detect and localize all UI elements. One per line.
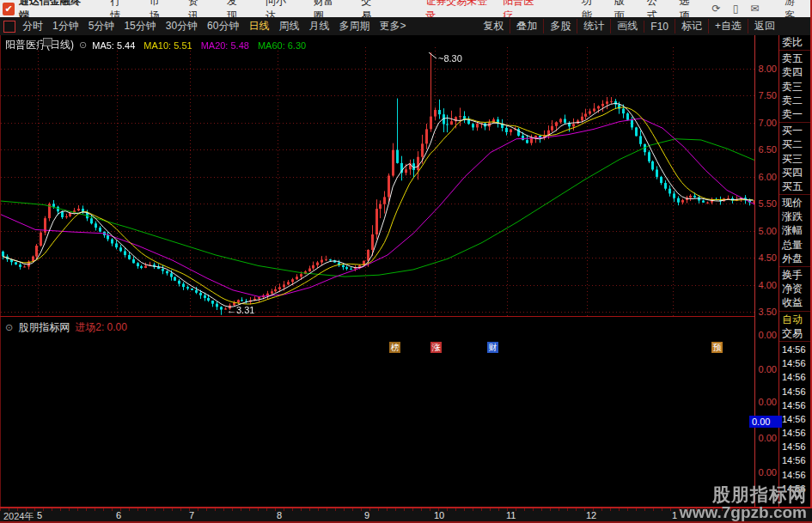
event-badge-预[interactable]: 预: [711, 342, 723, 353]
event-badge-财[interactable]: 财: [487, 342, 498, 353]
sidebar-row-交易[interactable]: 交易: [779, 326, 812, 340]
sidebar-row-卖五[interactable]: 卖五: [779, 52, 812, 65]
tick-time-row[interactable]: 14:56: [779, 440, 812, 453]
sidebar-row-自动[interactable]: 自动: [779, 313, 812, 326]
ma-legend-1: MA10: 5.51: [143, 40, 192, 51]
sidebar-row-换手[interactable]: 换手: [779, 268, 812, 282]
period-tab-5分钟[interactable]: 5分钟: [89, 19, 115, 33]
sidebar-row-买四[interactable]: 买四: [779, 166, 812, 179]
app-logo-icon[interactable]: ✔: [3, 3, 15, 15]
tick-time-row[interactable]: 14:56: [779, 343, 812, 356]
indicator-name[interactable]: 股朋指标网: [18, 320, 70, 335]
indicator-header: ⊙ 股朋指标网 进场2: 0.00: [5, 320, 127, 335]
sidebar-row-涨跌[interactable]: 涨跌: [779, 210, 812, 223]
price-tick-5.00: 5.00: [759, 226, 777, 236]
indicator-tick-1: 0.00: [759, 364, 777, 374]
stock-title: 阳普医疗(日线): [5, 38, 74, 52]
period-tab-月线[interactable]: 月线: [308, 19, 329, 33]
sidebar-separator: [779, 50, 812, 51]
toolbar-action-画线[interactable]: 画线: [610, 19, 644, 33]
panel-corner-icon[interactable]: [43, 38, 52, 46]
sidebar-row-卖三[interactable]: 卖三: [779, 80, 812, 94]
period-tab-日线[interactable]: 日线: [248, 19, 269, 33]
sidebar-row-收益[interactable]: 收益: [779, 295, 812, 309]
sidebar-separator: [779, 122, 812, 123]
order-book-sidebar: 委比卖五卖四卖三卖二卖一买一买二买三买四买五现价涨跌涨幅总量外盘换手净资收益自动…: [778, 35, 812, 507]
tick-time-row[interactable]: 14:56: [779, 412, 812, 426]
sidebar-row-买二[interactable]: 买二: [779, 137, 812, 151]
candlestick-chart-panel: 阳普医疗(日线) ⊙ MA5: 5.44MA10: 5.51MA20: 5.48…: [0, 35, 754, 316]
sidebar-row-净资[interactable]: 净资: [779, 282, 812, 295]
price-axis-column: 8.007.507.006.506.005.505.004.504.003.50…: [754, 35, 778, 507]
toolbar-action-F10[interactable]: F10: [644, 21, 675, 33]
price-tick-7.00: 7.00: [759, 118, 777, 128]
price-tick-4.00: 4.00: [759, 280, 777, 290]
toolbar-action-复权[interactable]: 复权: [477, 19, 510, 33]
sidebar-row-总量[interactable]: 总量: [779, 238, 812, 252]
period-toolbar: 分时1分钟5分钟15分钟30分钟60分钟日线周线月线多周期更多> 复权叠加多股统…: [0, 17, 812, 36]
period-tab-60分钟[interactable]: 60分钟: [207, 19, 239, 33]
expand-circle-icon[interactable]: ⊙: [79, 40, 87, 51]
month-label-5: 5: [37, 510, 42, 520]
price-tick-6.00: 6.00: [759, 172, 777, 182]
toolbar-action-返回[interactable]: 返回: [748, 19, 781, 33]
indicator-panel: ⊙ 股朋指标网 进场2: 0.00: [0, 317, 754, 507]
tick-time-row[interactable]: 14:56: [779, 453, 812, 467]
tick-time-row[interactable]: 14:56: [779, 370, 812, 384]
mail-icon[interactable]: ✉: [750, 3, 759, 15]
period-tab-15分钟[interactable]: 15分钟: [124, 19, 156, 33]
ma-legend-3: MA60: 6.30: [258, 40, 306, 51]
tick-time-row[interactable]: 14:56: [779, 482, 812, 496]
toolbar-action-多股[interactable]: 多股: [543, 19, 577, 33]
sidebar-row-买五[interactable]: 买五: [779, 179, 812, 193]
candlestick-chart[interactable]: [1, 35, 755, 316]
month-label-10: 10: [434, 510, 444, 520]
year-label: 2024年: [3, 510, 34, 523]
sidebar-row-委比[interactable]: 委比: [779, 35, 812, 49]
ma-legend-0: MA5: 5.44: [92, 40, 135, 51]
sidebar-row-买三[interactable]: 买三: [779, 152, 812, 166]
event-badge-涨[interactable]: 涨: [430, 342, 442, 353]
toolbar-action-+自选[interactable]: +自选: [708, 19, 748, 33]
sidebar-row-买一[interactable]: 买一: [779, 124, 812, 137]
tick-time-row[interactable]: 14:56: [779, 385, 812, 398]
month-label-11: 11: [506, 510, 516, 520]
toolbar-action-叠加[interactable]: 叠加: [510, 19, 543, 33]
sidebar-row-卖二[interactable]: 卖二: [779, 94, 812, 107]
period-tab-周线[interactable]: 周线: [278, 19, 299, 33]
sidebar-separator: [779, 311, 812, 312]
sidebar-row-现价[interactable]: 现价: [779, 196, 812, 210]
sidebar-row-卖四[interactable]: 卖四: [779, 65, 812, 79]
price-tick-4.50: 4.50: [759, 252, 777, 263]
sidebar-row-涨幅[interactable]: 涨幅: [779, 223, 812, 237]
tick-time-row[interactable]: 14:56: [779, 468, 812, 482]
tick-time-row[interactable]: 14:56: [779, 356, 812, 370]
toolbar-action-标记[interactable]: 标记: [675, 19, 708, 33]
sidebar-separator: [779, 266, 812, 267]
indicator-collapse-icon[interactable]: ⊙: [5, 322, 13, 333]
indicator-tick-3: 0.00: [759, 433, 777, 443]
sidebar-row-卖一[interactable]: 卖一: [779, 107, 812, 121]
indicator-tick-4: 0.00: [759, 467, 777, 477]
ma-legend-2: MA20: 5.48: [201, 40, 249, 51]
sidebar-row-外盘[interactable]: 外盘: [779, 252, 812, 265]
tick-time-row[interactable]: 14:56: [779, 398, 812, 412]
price-tick-3.50: 3.50: [759, 307, 777, 317]
period-tab-30分钟[interactable]: 30分钟: [166, 19, 198, 33]
period-tab-更多>[interactable]: 更多>: [379, 19, 406, 33]
month-label-8: 8: [277, 510, 282, 520]
refresh-icon[interactable]: ⟳: [712, 3, 721, 15]
layout-toggle-icon[interactable]: [3, 21, 15, 33]
sidebar-separator: [779, 194, 812, 195]
month-label-12: 12: [586, 510, 596, 520]
time-axis-bar: 2024年 567891011121: [0, 508, 812, 523]
period-tab-多周期[interactable]: 多周期: [339, 19, 369, 33]
mobile-icon[interactable]: ▯: [733, 3, 739, 15]
month-label-7: 7: [189, 510, 194, 520]
period-tab-1分钟[interactable]: 1分钟: [52, 19, 79, 33]
period-tab-分时[interactable]: 分时: [22, 19, 43, 33]
indicator-signal-value: 进场2: 0.00: [75, 320, 127, 335]
toolbar-action-统计[interactable]: 统计: [577, 19, 610, 33]
event-badge-榜[interactable]: 榜: [389, 342, 400, 353]
tick-time-row[interactable]: 14:56: [779, 426, 812, 440]
